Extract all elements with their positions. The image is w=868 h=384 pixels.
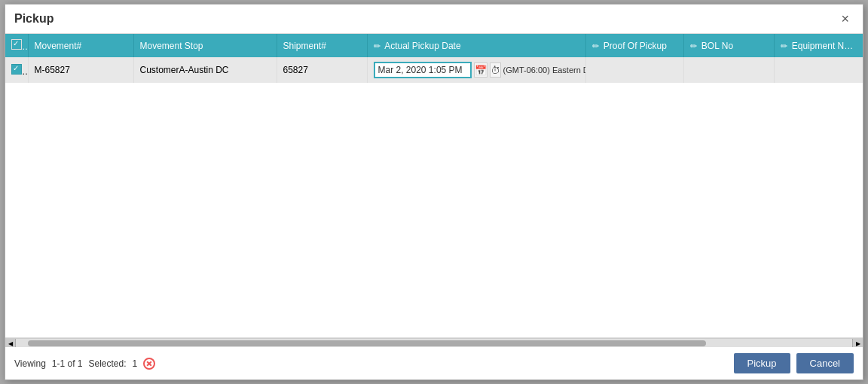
date-input-group: Mar 2, 2020 1:05 PM 📅 ⏱ (GMT-06:00) East… <box>374 62 579 78</box>
dialog-title: Pickup <box>14 12 53 26</box>
clock-icon[interactable]: ⏱ <box>490 62 501 78</box>
pickup-button[interactable]: Pickup <box>734 353 790 373</box>
cell-bol <box>683 57 774 83</box>
timezone-text: (GMT-06:00) Eastern D <box>503 66 586 75</box>
col-equipment-label: Equipment Number <box>792 41 863 51</box>
cell-movement: M-65827 <box>28 57 133 83</box>
table-header-row: Movement# Movement Stop Shipment# ✏ Actu… <box>5 34 863 57</box>
close-button[interactable]: × <box>836 11 854 27</box>
clear-selection-icon[interactable] <box>143 358 155 370</box>
col-shipment-label: Shipment# <box>283 41 326 51</box>
col-bol: ✏ BOL No <box>683 34 774 57</box>
col-pickup-date: ✏ Actual Pickup Date <box>367 34 585 57</box>
col-movement-label: Movement# <box>35 41 82 51</box>
cell-shipment: 65827 <box>277 57 367 83</box>
calendar-icon[interactable]: 📅 <box>474 62 487 78</box>
data-table: Movement# Movement Stop Shipment# ✏ Actu… <box>5 34 863 83</box>
cancel-button[interactable]: Cancel <box>796 353 854 373</box>
selected-label: Selected: <box>89 358 127 369</box>
cell-equipment <box>774 57 863 83</box>
viewing-range: 1-1 of 1 <box>52 358 83 369</box>
table-container: Movement# Movement Stop Shipment# ✏ Actu… <box>5 34 863 338</box>
pickup-date-edit-icon: ✏ <box>374 41 381 50</box>
scroll-thumb[interactable] <box>28 340 706 346</box>
col-proof-label: Proof Of Pickup <box>604 41 667 51</box>
col-bol-label: BOL No <box>701 41 733 51</box>
pickup-dialog: Pickup × Movement# Movement Stop <box>5 4 863 380</box>
cell-stop: CustomerA-Austin DC <box>133 57 277 83</box>
dialog-footer: Viewing 1-1 of 1 Selected: 1 Pickup Canc… <box>5 347 863 379</box>
dialog-overlay: Pickup × Movement# Movement Stop <box>0 0 868 384</box>
proof-edit-icon: ✏ <box>592 41 599 50</box>
horizontal-scrollbar[interactable]: ◀ ▶ <box>5 338 863 347</box>
header-checkbox-cell[interactable] <box>5 34 28 57</box>
scroll-right-arrow[interactable]: ▶ <box>852 339 863 347</box>
row-checkbox-cell[interactable] <box>5 57 28 83</box>
row-checkbox[interactable] <box>11 64 22 75</box>
col-pickup-date-label: Actual Pickup Date <box>384 41 460 51</box>
table-row: M-65827 CustomerA-Austin DC 65827 Mar 2,… <box>5 57 863 83</box>
viewing-label: Viewing <box>14 358 46 369</box>
col-movement: Movement# <box>28 34 133 57</box>
header-checkbox[interactable] <box>11 39 22 50</box>
pickup-date-input[interactable]: Mar 2, 2020 1:05 PM <box>374 62 472 78</box>
col-stop-label: Movement Stop <box>140 41 203 51</box>
equipment-edit-icon: ✏ <box>781 41 787 50</box>
bol-edit-icon: ✏ <box>690 41 697 50</box>
cell-pickup-date: Mar 2, 2020 1:05 PM 📅 ⏱ (GMT-06:00) East… <box>367 57 585 83</box>
col-stop: Movement Stop <box>133 34 277 57</box>
col-equipment: ✏ Equipment Number <box>774 34 863 57</box>
footer-actions: Pickup Cancel <box>734 353 854 373</box>
cell-proof <box>585 57 683 83</box>
col-shipment: Shipment# <box>277 34 367 57</box>
dialog-header: Pickup × <box>5 5 863 34</box>
selected-count: 1 <box>133 358 138 369</box>
scroll-left-arrow[interactable]: ◀ <box>5 339 16 347</box>
footer-info: Viewing 1-1 of 1 Selected: 1 <box>14 358 155 370</box>
col-proof: ✏ Proof Of Pickup <box>585 34 683 57</box>
